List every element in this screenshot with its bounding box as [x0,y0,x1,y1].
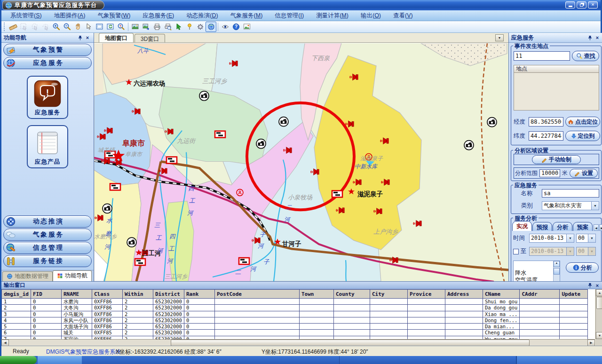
toolbar-eye-button[interactable] [220,22,230,32]
close-icon[interactable]: × [84,34,91,41]
left-panel-tab-1[interactable]: 地图数据管理 [2,271,53,281]
close-icon[interactable]: × [594,34,601,41]
hour-dropdown[interactable]: 00▼ [576,234,596,243]
map-camera-icon[interactable] [279,117,288,127]
column-header-RNAME[interactable]: RNAME [62,290,92,299]
menu-item-6[interactable]: 气象服务(M) [224,11,269,21]
menu-item-8[interactable]: 测量计算(M) [310,11,355,21]
analysis-tab-分析[interactable]: 分析 [553,222,572,231]
column-header-CAddr[interactable]: CAddr [520,290,560,299]
location-search-input[interactable] [514,51,570,61]
map-flag-icon[interactable] [215,131,225,138]
minimize-button[interactable] [565,1,575,8]
table-vertical-scrollbar[interactable]: ▲ ▼ [595,289,602,339]
toolbar-measure-button[interactable] [8,22,18,32]
table-row-4[interactable]: 40东风一小队0XFF8626523020000Dong fen... [2,317,588,323]
restore-button[interactable] [577,1,586,8]
table-row-6[interactable]: 60城关0XFF8526523020000Cheng guan [2,330,588,336]
analysis-tab-预案[interactable]: 预案 [573,222,593,231]
column-header-Provice[interactable]: Provice [407,290,445,299]
nav-top-1-button[interactable]: 气象预警 [3,44,92,56]
table-row-2[interactable]: 20大冬沟0XFF8626523020000Da dong gou [2,305,588,311]
column-header-Address[interactable]: Address [445,290,483,299]
analysis-tab-实况[interactable]: 实况 [512,221,532,231]
map-camera-icon[interactable] [256,139,266,149]
date2-dropdown[interactable]: 2010-08-13▼ [529,247,574,256]
locate-to-button[interactable]: 定位到 [565,131,600,141]
toolbar-zoom-out-button[interactable] [62,22,72,32]
toolbar-refresh-button[interactable] [105,22,116,32]
pin-icon[interactable] [586,34,594,41]
toolbar-pointer-green-button[interactable] [173,22,184,32]
column-header-CName[interactable]: CName [483,290,520,299]
column-header-Class[interactable]: Class [92,290,123,299]
place-list-header[interactable]: 地点 [514,65,599,73]
menu-item-2[interactable]: 地图操作(A) [48,11,92,21]
left-panel-tab-2[interactable]: 功能导航 [53,270,92,281]
map-tab-2[interactable]: 3D窗口 [135,34,165,42]
big-button-应急产品[interactable]: 应急产品 [27,125,68,168]
to-checkbox[interactable] [513,249,519,254]
toolbar-export-map-button[interactable] [141,22,151,32]
map-tab-1[interactable]: 地图窗口 [99,33,134,42]
map-camera-icon[interactable] [103,204,112,213]
pin-icon[interactable] [586,282,594,289]
toolbar-select-poly-button[interactable] [29,22,40,32]
column-header-County[interactable]: County [333,290,370,299]
service-name-input[interactable] [542,189,599,198]
menu-item-3[interactable]: 气象预警(W) [91,11,136,21]
toolbar-print-button[interactable] [151,22,162,32]
set-range-button[interactable]: 设置 [570,169,598,178]
map-flag-icon[interactable] [239,258,249,264]
menu-item-9[interactable]: 输出(O) [355,11,387,21]
toolbar-print-preview-button[interactable] [162,22,173,32]
column-header-Within[interactable]: Within [123,290,153,299]
column-header-Update[interactable]: Update [560,290,588,299]
menu-item-1[interactable]: 系统管理(S) [4,11,48,21]
date-dropdown[interactable]: 2010-08-13▼ [529,234,574,243]
table-row-3[interactable]: 30小马厩沟0XFF8626523020000Xiao ma ... [2,311,588,317]
scroll-left-icon[interactable]: ◀ [1,340,9,346]
toolbar-pan-button[interactable] [72,22,83,32]
toolbar-pointer-button[interactable] [83,22,94,32]
task-button[interactable] [82,356,339,364]
toolbar-full-extent-button[interactable] [94,22,105,32]
hour2-dropdown[interactable]: 00▼ [576,247,596,256]
table-row-5[interactable]: 50大面场子沟0XFF8626523020000Da mian... [2,324,588,330]
start-button[interactable] [0,356,37,364]
column-header-PostCode[interactable]: PostCode [214,290,299,299]
pin-icon[interactable] [76,34,84,41]
place-list[interactable] [514,73,599,111]
nav-bottom-3-button[interactable]: 信息管理 [3,242,92,254]
listbox-scrollbar[interactable]: ▲ [553,261,560,281]
latitude-input[interactable] [529,131,563,141]
table-horizontal-scrollbar[interactable]: ◀ ▶ [1,339,595,346]
map-camera-icon[interactable] [464,141,474,150]
range-input[interactable] [539,169,560,177]
map-flag-icon[interactable] [110,183,120,190]
toolbar-gear-button[interactable] [195,22,206,32]
column-header-dmgis_id[interactable]: dmgis_id [2,290,31,299]
column-header-FID[interactable]: FID [31,290,62,299]
nav-bottom-4-button[interactable]: 服务链接 [3,255,92,267]
nav-top-2-button[interactable]: 应急服务 [3,57,92,69]
search-button[interactable]: 查找 [572,51,599,61]
close-button[interactable]: ✕ [588,1,598,8]
map-flag-icon[interactable] [166,157,177,164]
tray-area[interactable] [516,356,602,364]
close-icon[interactable]: × [594,282,601,289]
toolbar-globe-button[interactable] [206,22,216,32]
map-flag-icon[interactable] [332,190,342,197]
toolbar-select-free-button[interactable] [40,22,51,32]
column-header-City[interactable]: City [370,290,407,299]
scroll-thumb[interactable] [171,340,530,346]
scroll-thumb[interactable] [596,297,602,309]
scroll-down-icon[interactable]: ▼ [596,332,602,339]
map-camera-icon[interactable] [487,118,497,127]
map-camera-icon[interactable] [199,91,209,101]
menu-item-5[interactable]: 动态推演(D) [180,11,224,21]
toolbar-help-button[interactable]: ? [230,22,241,32]
analysis-tab-预报[interactable]: 预报 [532,222,552,231]
map-tab-dropdown-button[interactable]: ▼ [495,34,504,41]
attribute-table[interactable]: dmgis_idFIDRNAMEClassWithinDistrictRankP… [1,289,595,339]
